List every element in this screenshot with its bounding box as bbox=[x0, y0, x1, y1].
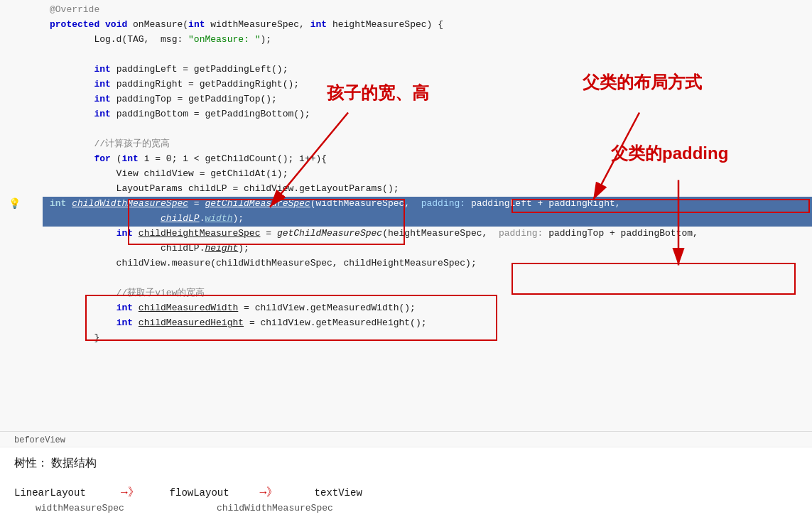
arrow1: →》 bbox=[121, 485, 139, 500]
code-line-blank3 bbox=[43, 271, 812, 286]
childheight-code: int childHeightMeasureSpec = getChildMea… bbox=[50, 227, 698, 241]
arrow2: →》 bbox=[260, 485, 278, 500]
childheight-cont-code: childLP.height); bbox=[50, 241, 249, 256]
measuredwidth-code: int childMeasuredWidth = childView.getMe… bbox=[50, 301, 416, 316]
measuredheight-code: int childMeasuredHeight = childView.getM… bbox=[50, 316, 427, 331]
method-name: onMeasure( bbox=[133, 18, 188, 33]
annotation-override: @Override bbox=[50, 3, 99, 18]
code-line-measuredheight: int childMeasuredHeight = childView.getM… bbox=[43, 316, 812, 331]
code-line-measuredwidth: int childMeasuredWidth = childView.getMe… bbox=[43, 301, 812, 316]
code-line-signature: protected void onMeasure( int widthMeasu… bbox=[43, 18, 812, 33]
log-prefix: Log.d(TAG, msg: "onMeasure: "); bbox=[50, 33, 271, 48]
code-line-childwidth-highlighted: 💡 int childWidthMeasureSpec = getChildMe… bbox=[43, 197, 812, 212]
diagram-flowlayout: flowLayout bbox=[153, 487, 246, 499]
childview-code: View childView = getChildAt(i); bbox=[50, 167, 288, 182]
code-line-comment2: //获取子view的宽高 bbox=[43, 286, 812, 301]
measure-code: childView.measure(childWidthMeasureSpec,… bbox=[50, 256, 477, 271]
label-parent-padding: 父类的padding bbox=[611, 142, 728, 165]
for-code: for (int i = 0; i < getChildCount(); i++… bbox=[50, 152, 327, 167]
code-line-measure: childView.measure(childWidthMeasureSpec,… bbox=[43, 256, 812, 271]
param1: widthMeasureSpec, bbox=[205, 18, 310, 33]
beforeview-text: beforeView bbox=[14, 435, 65, 445]
comment1-text: //计算孩子的宽高 bbox=[50, 137, 170, 152]
code-line-childlp: LayoutParams childLP = childView.getLayo… bbox=[43, 182, 812, 197]
code-line-childwidth-cont: childLP.width); bbox=[43, 212, 812, 227]
closebrace-code: } bbox=[50, 331, 99, 346]
beforeview-label: beforeView bbox=[0, 431, 812, 447]
code-line-blank1 bbox=[43, 48, 812, 62]
tree-label: 树性： 数据结构 bbox=[14, 456, 798, 471]
childwidth-cont-code: childLP.width); bbox=[50, 212, 244, 227]
code-area: @Override protected void onMeasure( int … bbox=[0, 0, 812, 349]
childwidth-code: int childWidthMeasureSpec = getChildMeas… bbox=[50, 197, 621, 212]
code-section: @Override protected void onMeasure( int … bbox=[0, 0, 812, 431]
padding-bottom-code: int paddingBottom = getPaddingBottom(); bbox=[50, 107, 310, 122]
label-parent-layout: 父类的布局方式 bbox=[583, 71, 702, 94]
padding-right-code: int paddingRight = getPaddingRight(); bbox=[50, 77, 299, 92]
code-line-paddingbottom: int paddingBottom = getPaddingBottom(); bbox=[43, 107, 812, 122]
kw-int2: int bbox=[310, 18, 327, 33]
space1 bbox=[99, 18, 105, 33]
code-line-blank2 bbox=[43, 122, 812, 137]
code-line-childview: View childView = getChildAt(i); bbox=[43, 167, 812, 182]
subitem-childwidthspec: childWidthMeasureSpec bbox=[217, 503, 362, 513]
code-line-log: Log.d(TAG, msg: "onMeasure: "); bbox=[43, 33, 812, 48]
bottom-section: 树性： 数据结构 LinearLayout →》 flowLayout →》 t… bbox=[0, 447, 812, 522]
subitem-widthspec: widthMeasureSpec bbox=[28, 503, 174, 513]
kw-void: void bbox=[105, 18, 127, 33]
code-line-override: @Override bbox=[43, 3, 812, 18]
diagram-row1: LinearLayout →》 flowLayout →》 textView bbox=[14, 485, 798, 500]
padding-left-code: int paddingLeft = getPaddingLeft(); bbox=[50, 62, 288, 77]
diagram-linearlayout: LinearLayout bbox=[14, 487, 107, 499]
padding-top-code: int paddingTop = getPaddingTop(); bbox=[50, 92, 277, 107]
diagram-row2: widthMeasureSpec childWidthMeasureSpec bbox=[14, 503, 798, 513]
childlp-code: LayoutParams childLP = childView.getLayo… bbox=[50, 182, 399, 197]
diagram-textview: textView bbox=[292, 487, 384, 499]
space2 bbox=[127, 18, 133, 33]
main-container: @Override protected void onMeasure( int … bbox=[0, 0, 812, 522]
label-child-size: 孩子的宽、高 bbox=[327, 82, 429, 104]
code-line-closebrace: } bbox=[43, 331, 812, 346]
param2: heightMeasureSpec) { bbox=[327, 18, 443, 33]
comment2-text: //获取子view的宽高 bbox=[50, 286, 205, 301]
bulb-icon: 💡 bbox=[7, 196, 21, 212]
kw-protected: protected bbox=[50, 18, 99, 33]
kw-int1: int bbox=[188, 18, 205, 33]
code-line-childheight-cont: childLP.height); bbox=[43, 241, 812, 256]
code-line-childheight: int childHeightMeasureSpec = getChildMea… bbox=[43, 227, 812, 241]
